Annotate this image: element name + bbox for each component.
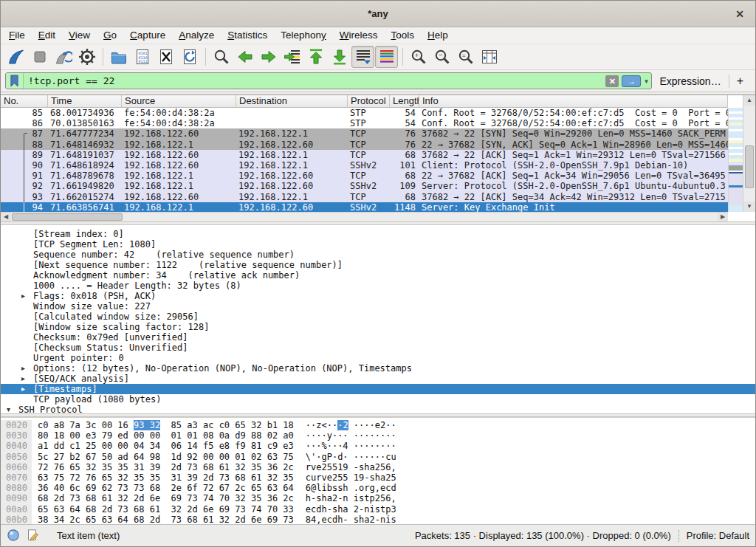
detail-line[interactable]: [Calculated window size: 29056] xyxy=(1,312,755,322)
column-header-no[interactable]: No. xyxy=(1,95,48,107)
detail-line[interactable]: ▸[Timestamps] xyxy=(1,384,755,394)
column-header-protocol[interactable]: Protocol xyxy=(348,95,390,107)
detail-line[interactable]: [Checksum Status: Unverified] xyxy=(1,343,755,353)
menu-edit[interactable]: Edit xyxy=(32,27,62,44)
reload-file-button[interactable] xyxy=(178,46,201,68)
hex-row[interactable]: 006072 76 65 32 35 35 31 39 2d 73 68 61 … xyxy=(1,462,755,472)
display-filter-input[interactable]: !tcp.port == 22 ✕ → ▾ xyxy=(5,72,652,89)
packet-list-hscrollbar[interactable]: ◀ ▶ xyxy=(1,212,728,221)
detail-line[interactable]: Window size value: 227 xyxy=(1,301,755,312)
hex-row[interactable]: 00b038 34 2c 65 63 64 68 2d 73 68 61 32 … xyxy=(1,515,755,525)
packet-row[interactable]: 9171.648789678192.168.122.1192.168.122.6… xyxy=(1,171,728,181)
menu-file[interactable]: File xyxy=(2,27,32,44)
filter-bookmark-icon[interactable] xyxy=(6,73,24,89)
resize-columns-button[interactable] xyxy=(478,46,501,68)
expand-arrow-icon[interactable]: ▸ xyxy=(21,363,33,374)
scroll-down-icon[interactable]: ▼ xyxy=(743,202,755,212)
filter-apply-icon[interactable]: → xyxy=(622,75,641,87)
menu-tools[interactable]: Tools xyxy=(385,27,422,44)
detail-line[interactable]: [Stream index: 0] xyxy=(1,229,755,239)
packet-row[interactable]: 9271.661949820192.168.122.1192.168.122.6… xyxy=(1,181,728,191)
go-back-button[interactable] xyxy=(233,46,256,68)
detail-line[interactable]: Urgent pointer: 0 xyxy=(1,353,755,363)
add-filter-button[interactable]: + xyxy=(729,75,751,88)
column-header-length[interactable]: Length xyxy=(390,95,419,107)
detail-line[interactable]: Acknowledgment number: 34 (relative ack … xyxy=(1,270,755,281)
go-to-top-button[interactable] xyxy=(304,46,327,68)
capture-comment-icon[interactable] xyxy=(27,529,41,543)
menu-statistics[interactable]: Statistics xyxy=(221,27,274,44)
capture-options-button[interactable] xyxy=(75,46,98,68)
start-capture-button[interactable] xyxy=(4,46,27,68)
packet-row[interactable]: 8871.648146932192.168.122.1192.168.122.6… xyxy=(1,140,728,150)
open-file-button[interactable] xyxy=(107,46,130,68)
hex-row[interactable]: 008036 40 6c 69 62 73 73 68 2e 6f 72 67 … xyxy=(1,483,755,493)
menu-analyze[interactable]: Analyze xyxy=(172,27,221,44)
detail-line[interactable]: [TCP Segment Len: 1080] xyxy=(1,239,755,250)
save-file-button[interactable]: 010101100111 xyxy=(131,46,154,68)
menu-view[interactable]: View xyxy=(62,27,97,44)
expand-arrow-icon[interactable]: ▸ xyxy=(21,291,33,301)
menu-help[interactable]: Help xyxy=(421,27,455,44)
vscroll-thumb[interactable] xyxy=(745,145,754,188)
find-packet-button[interactable] xyxy=(210,46,233,68)
menu-telephony[interactable]: Telephony xyxy=(274,27,333,44)
filter-dropdown-icon[interactable]: ▾ xyxy=(641,78,651,85)
go-to-bottom-button[interactable] xyxy=(328,46,351,68)
detail-line[interactable]: ▸Flags: 0x018 (PSH, ACK) xyxy=(1,291,755,301)
detail-line[interactable]: Sequence number: 42 (relative sequence n… xyxy=(1,250,755,260)
scroll-up-icon[interactable]: ▲ xyxy=(743,95,755,106)
detail-line[interactable]: TCP payload (1080 bytes) xyxy=(1,394,755,405)
packet-list-vscrollbar[interactable]: ▲ ▼ xyxy=(743,95,755,212)
auto-scroll-button[interactable] xyxy=(351,46,374,68)
hex-row[interactable]: 0020c0 a8 7a 3c 00 16 93 32 85 a3 ac c0 … xyxy=(1,420,755,430)
packet-minimap[interactable] xyxy=(728,108,743,212)
expert-info-icon[interactable] xyxy=(7,529,21,543)
profile-text[interactable]: Profile: Default xyxy=(687,530,749,541)
hex-row[interactable]: 003080 18 00 e3 79 ed 00 00 01 01 08 0a … xyxy=(1,430,755,441)
expand-arrow-icon[interactable]: ▸ xyxy=(21,374,33,384)
collapse-arrow-icon[interactable]: ▾ xyxy=(7,405,18,413)
hex-row[interactable]: 00505c 27 b2 67 50 ad 64 98 1d 92 00 00 … xyxy=(1,452,755,462)
packet-row[interactable]: 8670.013850163fe:54:00:d4:38:2aSTP54Conf… xyxy=(1,118,728,128)
hex-row[interactable]: 007063 75 72 76 65 32 35 35 31 39 2d 73 … xyxy=(1,472,755,483)
filter-clear-icon[interactable]: ✕ xyxy=(605,75,619,87)
expand-arrow-icon[interactable]: ▸ xyxy=(21,384,33,394)
column-header-info[interactable]: Info xyxy=(419,95,728,107)
zoom-out-button[interactable]: − xyxy=(430,46,453,68)
column-header-time[interactable]: Time xyxy=(48,95,122,107)
detail-line[interactable]: [Next sequence number: 1122 (relative se… xyxy=(1,260,755,270)
detail-line[interactable]: Checksum: 0x79ed [unverified] xyxy=(1,332,755,343)
close-icon[interactable]: ✕ xyxy=(733,7,746,21)
packet-row[interactable]: 8971.648191037192.168.122.60192.168.122.… xyxy=(1,150,728,160)
packet-row[interactable]: 9371.662015274192.168.122.60192.168.122.… xyxy=(1,192,728,202)
detail-line[interactable]: ▸[SEQ/ACK analysis] xyxy=(1,374,755,384)
hex-row[interactable]: 00a065 63 64 68 2d 73 68 61 32 2d 6e 69 … xyxy=(1,504,755,515)
packet-row[interactable]: 8771.647777234192.168.122.60192.168.122.… xyxy=(1,128,728,139)
hex-row[interactable]: 0040a1 dd c1 25 00 00 04 34 06 14 f5 e8 … xyxy=(1,441,755,451)
zoom-normal-button[interactable]: = xyxy=(454,46,477,68)
colorize-button[interactable] xyxy=(375,46,398,68)
detail-line[interactable]: ▾SSH Protocol xyxy=(1,405,755,413)
scroll-left-icon[interactable]: ◀ xyxy=(1,213,11,221)
packet-row[interactable]: 9071.648618924192.168.122.60192.168.122.… xyxy=(1,160,728,171)
scroll-right-icon[interactable]: ▶ xyxy=(718,213,728,221)
restart-capture-button[interactable] xyxy=(52,46,75,68)
hscroll-thumb[interactable] xyxy=(12,213,123,221)
detail-line[interactable]: ▸Options: (12 bytes), No-Operation (NOP)… xyxy=(1,363,755,374)
menu-wireless[interactable]: Wireless xyxy=(333,27,385,44)
filter-text[interactable]: !tcp.port == 22 xyxy=(24,75,605,86)
menu-capture[interactable]: Capture xyxy=(123,27,172,44)
hex-row[interactable]: 009068 2d 73 68 61 32 2d 6e 69 73 74 70 … xyxy=(1,493,755,503)
title-bar[interactable]: *any ✕ xyxy=(1,1,755,27)
packet-row[interactable]: 9471.663856741192.168.122.1192.168.122.6… xyxy=(1,202,728,213)
column-header-source[interactable]: Source xyxy=(122,95,236,107)
menu-go[interactable]: Go xyxy=(97,27,123,44)
zoom-in-button[interactable]: + xyxy=(407,46,430,68)
expression-button[interactable]: Expression… xyxy=(652,75,728,87)
column-header-destination[interactable]: Destination xyxy=(236,95,348,107)
close-file-button[interactable] xyxy=(154,46,177,68)
go-to-packet-button[interactable] xyxy=(281,46,303,68)
stop-capture-button[interactable] xyxy=(28,46,51,68)
detail-line[interactable]: [Window size scaling factor: 128] xyxy=(1,322,755,332)
